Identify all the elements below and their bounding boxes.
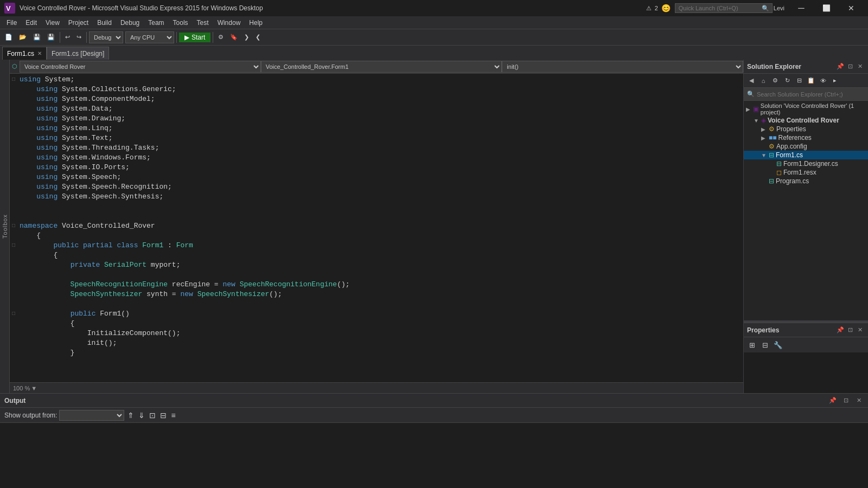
expand-13 (10, 192, 17, 202)
expand-24 (10, 299, 17, 309)
notif-icon[interactable]: ⚠ (646, 5, 652, 12)
code-text-13: using System.Speech.Synthesis; (17, 192, 743, 202)
code-text-2: using System.Collections.Generic; (17, 85, 743, 94)
close-button[interactable]: ✕ (839, 0, 864, 16)
menu-tools[interactable]: Tools (169, 18, 193, 28)
expand-10 (10, 163, 17, 172)
se-refresh-button[interactable]: ↻ (782, 75, 793, 86)
expand-25[interactable]: □ (10, 309, 17, 319)
se-home-button[interactable]: ⌂ (758, 75, 769, 86)
se-dock-button[interactable]: ⊡ (845, 62, 855, 72)
code-context-dropdown[interactable]: Voice Controlled Rover (20, 61, 261, 73)
tree-form1cs-node[interactable]: ▼ ⊟ Form1.cs (744, 151, 868, 159)
output-source-dropdown[interactable] (59, 410, 124, 421)
code-body[interactable]: □ using System; using System.Collections… (10, 74, 743, 382)
tree-properties-node[interactable]: ▶ ⚙ Properties (744, 125, 868, 133)
se-properties-button[interactable]: 📋 (806, 75, 816, 86)
se-settings-button[interactable]: ⚙ (770, 75, 781, 86)
new-project-button[interactable]: 📄 (2, 31, 15, 44)
se-preview-button[interactable]: 👁 (818, 75, 828, 86)
code-text-4: using System.Data; (17, 104, 743, 114)
app-title: Voice Controlled Rover - Microsoft Visua… (20, 4, 646, 12)
tab-close-form1-cs[interactable]: ✕ (37, 50, 42, 56)
menu-build[interactable]: Build (93, 18, 116, 28)
platform-dropdown[interactable]: Any CPU (125, 31, 174, 43)
se-back-button[interactable]: ◀ (746, 75, 757, 86)
solution-icon: ▣ (753, 105, 759, 113)
properties-label: Properties (776, 125, 806, 133)
notif-count[interactable]: 2 (655, 5, 658, 11)
menu-test[interactable]: Test (193, 18, 213, 28)
menu-file[interactable]: File (2, 18, 21, 28)
expand-18[interactable]: □ (10, 241, 17, 251)
output-close-button[interactable]: ✕ (854, 396, 864, 406)
tree-solution-node[interactable]: ▶ ▣ Solution 'Voice Controlled Rover' (1… (744, 102, 868, 116)
menu-debug[interactable]: Debug (116, 18, 144, 28)
user-icon: 😊 (661, 4, 671, 12)
tree-form1designer-node[interactable]: ⊟ Form1.Designer.cs (744, 159, 868, 168)
output-btn-1[interactable]: ⇑ (126, 410, 135, 421)
expand-11 (10, 172, 17, 182)
output-btn-4[interactable]: ⊟ (159, 410, 168, 421)
tree-appconfig-node[interactable]: ⚙ App.config (744, 142, 868, 151)
output-btn-2[interactable]: ⇓ (137, 410, 146, 421)
zoom-dropdown-icon[interactable]: ▼ (31, 385, 37, 391)
code-text-6: using System.Linq; (17, 124, 743, 133)
code-class-dropdown[interactable]: Voice_Controlled_Rover.Form1 (261, 61, 502, 73)
zoom-level[interactable]: 100 % (13, 385, 30, 391)
undo-button[interactable]: ↩ (62, 31, 73, 44)
toolbox-strip[interactable]: Toolbox (0, 60, 10, 393)
menu-help[interactable]: Help (245, 18, 267, 28)
quick-launch-input[interactable] (675, 3, 773, 13)
menu-team[interactable]: Team (144, 18, 168, 28)
output-btn-5[interactable]: ≡ (170, 410, 176, 421)
output-pin-button[interactable]: 📌 (828, 396, 838, 406)
tree-programcs-node[interactable]: ⊟ Program.cs (744, 177, 868, 185)
code-member-dropdown[interactable]: init() (502, 61, 743, 73)
expand-2 (10, 85, 17, 94)
output-dock-button[interactable]: ⊡ (841, 396, 851, 406)
code-text-11: using System.Speech; (17, 172, 743, 182)
debug-config-dropdown[interactable]: Debug (89, 31, 123, 43)
menu-project[interactable]: Project (64, 18, 93, 28)
expand-16[interactable]: □ (10, 221, 17, 231)
save-all-button[interactable]: 💾 (44, 31, 58, 44)
save-button[interactable]: 💾 (30, 31, 43, 44)
start-button[interactable]: ▶ Start (179, 33, 210, 42)
props-dock-button[interactable]: ⊡ (845, 325, 855, 335)
properties-panel-header: Properties 📌 ⊡ ✕ (744, 323, 868, 337)
props-grid-button[interactable]: ⊞ (746, 339, 758, 351)
se-filter-button[interactable]: ▸ (829, 75, 840, 86)
tab-form1-cs[interactable]: Form1.cs ✕ (2, 47, 47, 60)
restore-button[interactable]: ⬜ (814, 0, 839, 16)
tree-form1resx-node[interactable]: ◻ Form1.resx (744, 168, 868, 177)
tab-form1-cs-design[interactable]: Form1.cs [Design] (47, 47, 109, 60)
expand-1[interactable]: □ (10, 75, 17, 85)
se-collapse-button[interactable]: ⊟ (794, 75, 805, 86)
expand-7 (10, 133, 17, 143)
tree-project-node[interactable]: ▼ ◈ Voice Controlled Rover (744, 116, 868, 125)
redo-button[interactable]: ↪ (74, 31, 84, 44)
tb-extra-2[interactable]: 🔖 (227, 31, 240, 44)
open-file-button[interactable]: 📂 (16, 31, 29, 44)
props-pin-button[interactable]: 📌 (835, 325, 845, 335)
code-text-15 (17, 211, 743, 221)
menu-window[interactable]: Window (213, 18, 245, 28)
tb-extra-3[interactable]: ❯ (241, 31, 252, 44)
menu-view[interactable]: View (41, 18, 64, 28)
se-pin-button[interactable]: 📌 (835, 62, 845, 72)
props-close-button[interactable]: ✕ (855, 325, 865, 335)
tree-references-node[interactable]: ▶ ■■ References (744, 133, 868, 142)
menu-edit[interactable]: Edit (21, 18, 41, 28)
menu-bar: File Edit View Project Build Debug Team … (0, 16, 868, 29)
output-btn-3[interactable]: ⊡ (148, 410, 157, 421)
minimize-button[interactable]: ─ (789, 0, 814, 16)
tb-extra-4[interactable]: ❮ (253, 31, 263, 44)
solution-search-input[interactable] (757, 91, 865, 98)
se-close-button[interactable]: ✕ (855, 62, 865, 72)
tb-extra-1[interactable]: ⚙ (215, 31, 226, 44)
tab-label-form1-cs-design: Form1.cs [Design] (52, 50, 104, 57)
code-line-1: □ using System; (10, 75, 743, 85)
props-pages-button[interactable]: 🔧 (772, 339, 784, 351)
props-sort-button[interactable]: ⊟ (759, 339, 771, 351)
